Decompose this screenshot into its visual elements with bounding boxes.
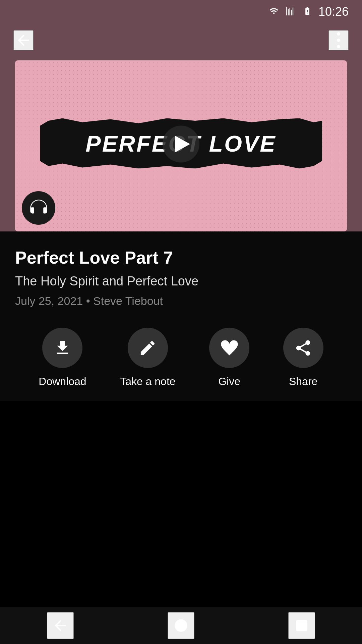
sermon-thumbnail[interactable]: PERFECT LOVE — [15, 60, 347, 231]
status-bar: 10:26 — [0, 0, 362, 23]
headphone-badge — [22, 191, 55, 225]
take-a-note-action[interactable]: Take a note — [120, 328, 175, 388]
share-label: Share — [289, 375, 317, 388]
take-a-note-label: Take a note — [120, 375, 175, 388]
svg-point-0 — [175, 619, 187, 632]
signal-icon — [285, 6, 296, 17]
sermon-meta: July 25, 2021 • Steve Tiebout — [15, 294, 347, 308]
back-nav-button[interactable] — [47, 612, 74, 639]
battery-icon — [301, 6, 314, 17]
home-nav-button[interactable] — [168, 612, 194, 639]
svg-rect-1 — [296, 620, 307, 631]
back-button[interactable] — [13, 30, 34, 50]
download-icon — [53, 339, 72, 357]
three-dots-icon — [337, 32, 340, 48]
download-circle — [42, 328, 82, 368]
sermon-subtitle: The Holy Spirit and Perfect Love — [15, 274, 347, 288]
download-label: Download — [39, 375, 86, 388]
headphone-icon — [29, 199, 48, 217]
content-area: Perfect Love Part 7 The Holy Spirit and … — [0, 231, 362, 401]
play-triangle-icon — [175, 136, 190, 153]
share-circle — [283, 328, 323, 368]
give-circle — [209, 328, 249, 368]
give-label: Give — [218, 375, 240, 388]
status-icons: 10:26 — [267, 5, 349, 19]
thumbnail-wrapper: PERFECT LOVE — [0, 57, 362, 231]
download-action[interactable]: Download — [39, 328, 86, 388]
recents-nav-button[interactable] — [288, 612, 315, 639]
share-action[interactable]: Share — [283, 328, 323, 388]
wifi-icon — [267, 6, 280, 17]
take-a-note-circle — [128, 328, 168, 368]
sermon-title: Perfect Love Part 7 — [15, 248, 347, 267]
play-button[interactable] — [163, 126, 199, 163]
actions-row: Download Take a note Give — [15, 328, 347, 388]
give-icon — [220, 339, 239, 357]
top-nav — [0, 23, 362, 57]
status-time: 10:26 — [318, 5, 349, 19]
bottom-nav — [0, 607, 362, 644]
give-action[interactable]: Give — [209, 328, 249, 388]
more-options-button[interactable] — [328, 30, 349, 50]
note-icon — [138, 339, 157, 357]
share-icon — [294, 339, 312, 357]
